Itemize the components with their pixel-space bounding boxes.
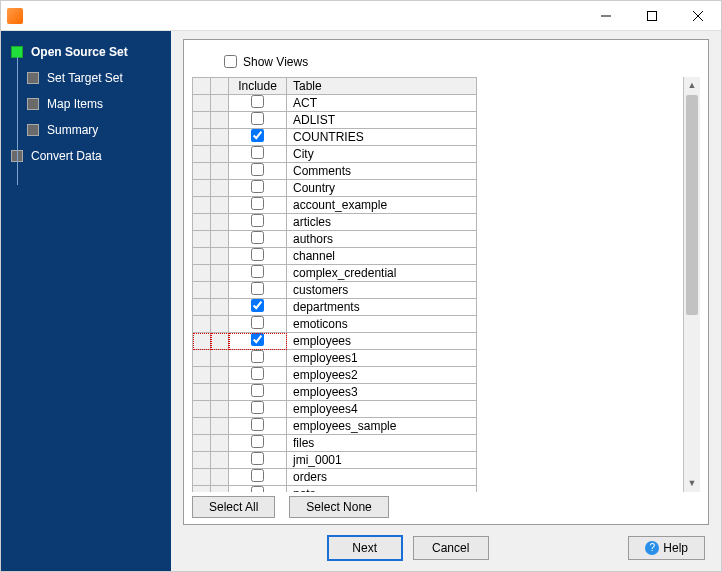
row-header[interactable]: [193, 163, 211, 180]
table-row[interactable]: complex_credential: [193, 265, 477, 282]
include-cell[interactable]: [229, 486, 287, 493]
row-header[interactable]: [211, 316, 229, 333]
include-cell[interactable]: [229, 231, 287, 248]
table-row[interactable]: emoticons: [193, 316, 477, 333]
table-name-cell[interactable]: authors: [287, 231, 477, 248]
show-views-checkbox[interactable]: [224, 55, 237, 68]
row-header[interactable]: [211, 146, 229, 163]
row-header[interactable]: [211, 112, 229, 129]
include-cell[interactable]: [229, 265, 287, 282]
include-checkbox[interactable]: [251, 265, 264, 278]
row-header[interactable]: [193, 435, 211, 452]
include-checkbox[interactable]: [251, 180, 264, 193]
include-checkbox[interactable]: [251, 231, 264, 244]
row-header[interactable]: [193, 248, 211, 265]
row-header[interactable]: [193, 146, 211, 163]
table-row[interactable]: jmi_0001: [193, 452, 477, 469]
row-header[interactable]: [193, 282, 211, 299]
table-row[interactable]: employees1: [193, 350, 477, 367]
table-row[interactable]: employees4: [193, 401, 477, 418]
table-row[interactable]: ADLIST: [193, 112, 477, 129]
include-checkbox[interactable]: [251, 163, 264, 176]
include-checkbox[interactable]: [251, 112, 264, 125]
row-header[interactable]: [211, 384, 229, 401]
scroll-down-arrow[interactable]: ▼: [684, 475, 700, 492]
row-header[interactable]: [193, 299, 211, 316]
table-name-cell[interactable]: channel: [287, 248, 477, 265]
wizard-step[interactable]: Open Source Set: [7, 39, 165, 65]
row-header[interactable]: [193, 112, 211, 129]
help-button[interactable]: ? Help: [628, 536, 705, 560]
column-header-table[interactable]: Table: [287, 78, 477, 95]
include-checkbox[interactable]: [251, 282, 264, 295]
include-cell[interactable]: [229, 452, 287, 469]
include-checkbox[interactable]: [251, 401, 264, 414]
row-header[interactable]: [211, 333, 229, 350]
table-name-cell[interactable]: City: [287, 146, 477, 163]
maximize-button[interactable]: [629, 1, 675, 31]
row-header[interactable]: [211, 129, 229, 146]
wizard-step[interactable]: Convert Data: [7, 143, 165, 169]
row-header[interactable]: [193, 95, 211, 112]
table-name-cell[interactable]: pets: [287, 486, 477, 493]
include-cell[interactable]: [229, 112, 287, 129]
table-row[interactable]: COUNTRIES: [193, 129, 477, 146]
include-checkbox[interactable]: [251, 452, 264, 465]
table-name-cell[interactable]: Country: [287, 180, 477, 197]
table-name-cell[interactable]: employees3: [287, 384, 477, 401]
scroll-up-arrow[interactable]: ▲: [684, 77, 700, 94]
include-checkbox[interactable]: [251, 469, 264, 482]
table-row[interactable]: channel: [193, 248, 477, 265]
table-row[interactable]: customers: [193, 282, 477, 299]
vertical-scrollbar[interactable]: ▲ ▼: [683, 77, 700, 492]
row-header[interactable]: [211, 282, 229, 299]
include-cell[interactable]: [229, 197, 287, 214]
include-cell[interactable]: [229, 95, 287, 112]
table-row[interactable]: employees3: [193, 384, 477, 401]
table-name-cell[interactable]: complex_credential: [287, 265, 477, 282]
table-row[interactable]: departments: [193, 299, 477, 316]
wizard-step[interactable]: Summary: [23, 117, 165, 143]
include-cell[interactable]: [229, 180, 287, 197]
row-header[interactable]: [211, 486, 229, 493]
table-name-cell[interactable]: employees: [287, 333, 477, 350]
include-checkbox[interactable]: [251, 316, 264, 329]
row-header[interactable]: [193, 384, 211, 401]
table-row[interactable]: Country: [193, 180, 477, 197]
row-header[interactable]: [211, 401, 229, 418]
include-checkbox[interactable]: [251, 95, 264, 108]
row-header[interactable]: [211, 95, 229, 112]
table-name-cell[interactable]: employees4: [287, 401, 477, 418]
table-row[interactable]: Comments: [193, 163, 477, 180]
row-header[interactable]: [211, 248, 229, 265]
table-row[interactable]: articles: [193, 214, 477, 231]
wizard-step[interactable]: Set Target Set: [23, 65, 165, 91]
table-name-cell[interactable]: Comments: [287, 163, 477, 180]
table-row[interactable]: authors: [193, 231, 477, 248]
table-name-cell[interactable]: employees1: [287, 350, 477, 367]
include-checkbox[interactable]: [251, 146, 264, 159]
row-header[interactable]: [193, 197, 211, 214]
select-all-button[interactable]: Select All: [192, 496, 275, 518]
close-button[interactable]: [675, 1, 721, 31]
table-row[interactable]: pets: [193, 486, 477, 493]
table-name-cell[interactable]: ADLIST: [287, 112, 477, 129]
include-checkbox[interactable]: [251, 248, 264, 261]
row-header[interactable]: [211, 418, 229, 435]
include-checkbox[interactable]: [251, 367, 264, 380]
include-cell[interactable]: [229, 299, 287, 316]
row-header[interactable]: [211, 435, 229, 452]
include-checkbox[interactable]: [251, 214, 264, 227]
column-header-include[interactable]: Include: [229, 78, 287, 95]
table-row[interactable]: files: [193, 435, 477, 452]
table-name-cell[interactable]: jmi_0001: [287, 452, 477, 469]
row-header[interactable]: [193, 469, 211, 486]
row-header[interactable]: [193, 316, 211, 333]
table-row[interactable]: employees: [193, 333, 477, 350]
include-cell[interactable]: [229, 418, 287, 435]
table-row[interactable]: City: [193, 146, 477, 163]
minimize-button[interactable]: [583, 1, 629, 31]
include-cell[interactable]: [229, 350, 287, 367]
row-header[interactable]: [193, 486, 211, 493]
next-button[interactable]: Next: [327, 535, 403, 561]
